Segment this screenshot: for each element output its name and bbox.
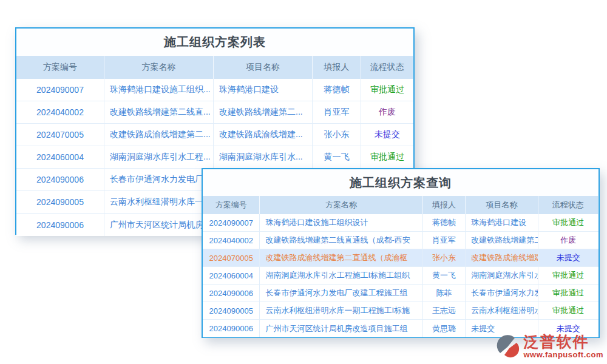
column-header: 流程状态 — [538, 196, 599, 214]
plan-number-link[interactable]: 2024060004 — [16, 146, 104, 168]
table-row[interactable]: 2024040002改建铁路线增建第二线直...改建铁路线增建第二...肖亚军作… — [16, 101, 413, 124]
column-header: 填报人 — [313, 56, 361, 79]
table-cell: 张小东 — [313, 124, 361, 146]
table-cell: 未提交 — [538, 249, 599, 266]
plan-number-link[interactable]: 2024090005 — [16, 191, 104, 213]
table-cell: 长春市伊通河水力发电厂... — [104, 169, 214, 190]
table-cell: 审批通过 — [361, 79, 413, 101]
plan-query-header-row: 方案编号方案名称填报人项目名称流程状态 — [203, 196, 599, 214]
column-header: 项目名称 — [466, 196, 538, 214]
column-header: 方案名称 — [104, 56, 214, 79]
table-cell: 湖南洞庭湖水库引水工程... — [104, 146, 214, 168]
table-cell: 审批通过 — [361, 146, 413, 168]
table-cell: 珠海鹤港口建设 — [214, 79, 313, 101]
table-cell: 改建铁路线增建第二线直... — [104, 101, 214, 123]
plan-number-link[interactable]: 2024090005 — [203, 302, 260, 319]
table-row[interactable]: 2024060004湖南洞庭湖水库引水工程施工I标施工组织黄一飞湖南洞庭湖水库引… — [203, 267, 599, 285]
table-cell: 审批通过 — [538, 285, 599, 302]
table-row[interactable]: 2024090007珠海鹤港口建设施工组织设计蒋德帧珠海鹤港口建设审批通过 — [203, 214, 599, 232]
table-cell: 作废 — [361, 101, 413, 123]
table-row[interactable]: 2024090006长春市伊通河水力发电厂改建工程施工组陈菲长春市伊通河水力发审… — [203, 285, 599, 302]
plan-query-window: 施工组织方案查询 方案编号方案名称填报人项目名称流程状态 2024090007珠… — [202, 168, 600, 338]
table-cell: 肖亚军 — [313, 101, 361, 123]
fanpu-logo-icon — [497, 335, 521, 359]
table-cell: 云南水利枢纽潜明水库一... — [104, 191, 214, 213]
table-cell: 广州市天河区统计局机房... — [104, 214, 214, 236]
table-cell: 长春市伊通河水力发电厂改建工程施工组 — [260, 285, 422, 302]
table-cell: 作废 — [538, 232, 599, 249]
plan-query-window-title: 施工组织方案查询 — [203, 169, 599, 196]
table-row[interactable]: 2024060004湖南洞庭湖水库引水工程...湖南洞庭湖水库引水...黄一飞审… — [16, 146, 413, 169]
table-cell: 改建铁路线增建第二线直通线（成都-西安 — [260, 232, 422, 249]
column-header: 填报人 — [423, 196, 466, 214]
table-cell: 云南水利枢纽潜明水库一期工程施工I标施 — [260, 302, 422, 319]
table-cell: 广州市天河区统计局机房改造项目施工组 — [260, 320, 422, 337]
plan-number-link[interactable]: 2024090006 — [16, 169, 104, 190]
table-cell: 张小东 — [423, 249, 466, 266]
plan-number-link[interactable]: 2024070005 — [16, 124, 104, 146]
fanpu-logo-url: www.fanpusoft.com — [523, 350, 603, 359]
table-cell: 改建铁路成渝线增建第二... — [104, 124, 214, 146]
plan-query-body: 2024090007珠海鹤港口建设施工组织设计蒋德帧珠海鹤港口建设审批通过202… — [203, 214, 599, 337]
fanpu-logo-name: 泛普软件 — [523, 334, 589, 351]
fanpu-logo: 泛普软件 www.fanpusoft.com — [497, 334, 603, 360]
table-cell: 改建铁路成渝线增建 — [466, 249, 538, 266]
table-cell: 黄一飞 — [313, 146, 361, 168]
table-cell: 改建铁路成渝线增建... — [214, 124, 313, 146]
table-cell: 改建铁路成渝线增建第二直通线（成渝枢 — [260, 249, 422, 266]
table-cell: 珠海鹤港口建设 — [466, 214, 538, 231]
table-cell: 湖南洞庭湖水库引水工程施工I标施工组织 — [260, 267, 422, 284]
table-cell: 黄一飞 — [423, 267, 466, 284]
table-row[interactable]: 2024070005改建铁路成渝线增建第二直通线（成渝枢张小东改建铁路成渝线增建… — [203, 249, 599, 267]
column-header: 项目名称 — [214, 56, 313, 79]
table-cell: 湖南洞庭湖水库引水 — [466, 267, 538, 284]
table-cell: 云南水利枢纽潜明水 — [466, 302, 538, 319]
table-cell: 珠海鹤港口建设施工组织设计 — [260, 214, 422, 231]
table-cell: 改建铁路线增建第二 — [466, 232, 538, 249]
table-cell: 肖亚军 — [423, 232, 466, 249]
table-cell: 湖南洞庭湖水库引水... — [214, 146, 313, 168]
table-cell: 审批通过 — [538, 267, 599, 284]
desktop-stage: 施工组织方案列表 方案编号方案名称项目名称填报人流程状态 2024090007珠… — [0, 0, 607, 364]
plan-number-link[interactable]: 2024040002 — [16, 101, 104, 123]
table-cell: 珠海鹤港口建设施工组织... — [104, 79, 214, 101]
table-cell: 改建铁路线增建第二... — [214, 101, 313, 123]
table-cell: 王志远 — [423, 302, 466, 319]
plan-number-link[interactable]: 2024090007 — [203, 214, 260, 231]
plan-number-link[interactable]: 2024090007 — [16, 79, 104, 101]
table-cell: 未提交 — [361, 124, 413, 146]
table-cell: 陈菲 — [423, 285, 466, 302]
table-cell: 审批通过 — [538, 302, 599, 319]
table-row[interactable]: 2024040002改建铁路线增建第二线直通线（成都-西安肖亚军改建铁路线增建第… — [203, 232, 599, 249]
column-header: 方案编号 — [203, 196, 260, 214]
plan-number-link[interactable]: 2024090006 — [203, 285, 260, 302]
plan-number-link[interactable]: 2024090006 — [16, 214, 104, 236]
column-header: 流程状态 — [361, 56, 413, 79]
table-cell: 蒋德帧 — [313, 79, 361, 101]
table-cell: 蒋德帧 — [423, 214, 466, 231]
plan-number-link[interactable]: 2024070005 — [203, 249, 260, 266]
plan-list-window-title: 施工组织方案列表 — [16, 29, 413, 56]
plan-number-link[interactable]: 2024090006 — [203, 320, 260, 337]
column-header: 方案名称 — [260, 196, 422, 214]
plan-number-link[interactable]: 2024060004 — [203, 267, 260, 284]
table-cell: 长春市伊通河水力发 — [466, 285, 538, 302]
table-row[interactable]: 2024070005改建铁路成渝线增建第二...改建铁路成渝线增建...张小东未… — [16, 124, 413, 146]
plan-number-link[interactable]: 2024040002 — [203, 232, 260, 249]
table-row[interactable]: 2024090005云南水利枢纽潜明水库一期工程施工I标施王志远云南水利枢纽潜明… — [203, 302, 599, 320]
table-row[interactable]: 2024090007珠海鹤港口建设施工组织...珠海鹤港口建设蒋德帧审批通过 — [16, 79, 413, 101]
plan-list-header-row: 方案编号方案名称项目名称填报人流程状态 — [16, 56, 413, 79]
column-header: 方案编号 — [16, 56, 104, 79]
table-cell: 黄思璐 — [423, 320, 466, 337]
table-cell: 审批通过 — [538, 214, 599, 231]
